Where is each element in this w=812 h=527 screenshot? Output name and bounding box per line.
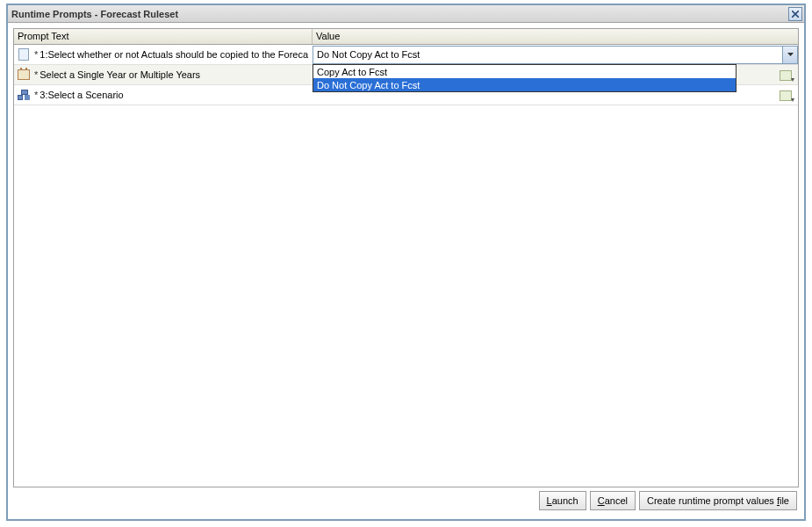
- close-icon: [792, 11, 799, 18]
- value-cell: Do Not Copy Act to Fcst Copy Act to Fcst: [313, 45, 798, 64]
- member-selector-icon: [780, 90, 792, 101]
- create-file-button[interactable]: Create runtime prompt values file: [639, 491, 797, 510]
- runtime-prompts-dialog: Runtime Prompts - Forecast Ruleset Promp…: [6, 4, 806, 521]
- member-selector-button[interactable]: [775, 86, 796, 105]
- dropdown-option[interactable]: Do Not Copy Act to Fcst: [313, 78, 736, 91]
- screen: Runtime Prompts - Forecast Ruleset Promp…: [0, 0, 812, 527]
- prompt-row: * 1:Select whether or not Actuals should…: [14, 45, 798, 65]
- dialog-title: Runtime Prompts - Forecast Ruleset: [11, 9, 178, 19]
- cancel-button[interactable]: Cancel: [590, 491, 636, 510]
- prompt-label: 1:Select whether or not Actuals should b…: [40, 49, 308, 60]
- column-header-prompt[interactable]: Prompt Text: [14, 29, 313, 44]
- hierarchy-icon: [17, 88, 31, 102]
- close-button[interactable]: [788, 7, 802, 21]
- prompt-cell: * Select a Single Year or Multiple Years: [14, 65, 313, 84]
- prompt-cell: * 3:Select a Scenario: [14, 85, 313, 105]
- combo-value: Do Not Copy Act to Fcst: [317, 49, 420, 60]
- prompts-grid: Prompt Text Value * 1:Select whether or …: [13, 28, 799, 487]
- prompt-label: Select a Single Year or Multiple Years: [40, 69, 200, 80]
- dialog-content: Prompt Text Value * 1:Select whether or …: [8, 23, 804, 519]
- prompt-label: 3:Select a Scenario: [40, 90, 123, 100]
- dropdown-option-label: Do Not Copy Act to Fcst: [317, 80, 420, 90]
- dropdown-option-label: Copy Act to Fcst: [317, 67, 387, 77]
- combo-arrow-button[interactable]: [782, 47, 797, 63]
- chevron-down-icon: [787, 53, 794, 56]
- copy-actuals-dropdown: Copy Act to Fcst Do Not Copy Act to Fcst: [313, 64, 737, 92]
- titlebar: Runtime Prompts - Forecast Ruleset: [8, 5, 804, 23]
- document-icon: [17, 47, 31, 61]
- required-marker: *: [34, 90, 38, 100]
- dropdown-option[interactable]: Copy Act to Fcst: [313, 65, 736, 78]
- launch-button[interactable]: Launch: [539, 491, 586, 510]
- calendar-icon: [17, 68, 31, 82]
- required-marker: *: [34, 69, 38, 80]
- member-selector-icon: [780, 70, 792, 81]
- prompt-cell: * 1:Select whether or not Actuals should…: [14, 45, 313, 64]
- column-header-value[interactable]: Value: [313, 29, 798, 44]
- copy-actuals-combo[interactable]: Do Not Copy Act to Fcst: [313, 46, 798, 64]
- dialog-footer: Launch Cancel Create runtime prompt valu…: [13, 487, 799, 514]
- required-marker: *: [34, 49, 38, 60]
- grid-header: Prompt Text Value: [14, 29, 798, 45]
- grid-body: * 1:Select whether or not Actuals should…: [14, 45, 798, 105]
- member-selector-button[interactable]: [775, 66, 796, 84]
